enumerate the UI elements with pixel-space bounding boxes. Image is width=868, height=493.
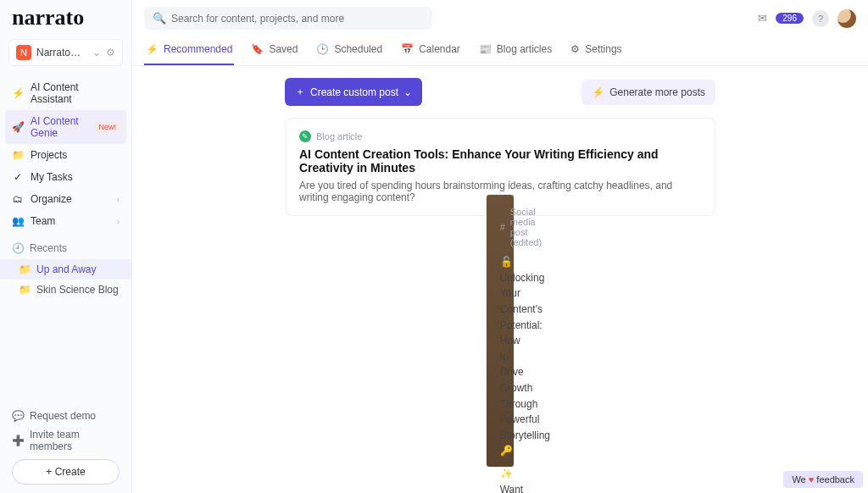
tab-label: Calendar xyxy=(419,43,460,55)
avatar[interactable] xyxy=(837,9,856,28)
rocket-icon: 🚀 xyxy=(12,121,24,133)
sidebar: narrato N NarratoDe... ⌄ ⚙ ⚡ AI Content … xyxy=(0,0,132,493)
nav-label: Organize xyxy=(31,193,72,205)
team-icon: 👥 xyxy=(12,215,24,227)
tabs: ⚡ Recommended 🔖 Saved 🕒 Scheduled 📅 Cale… xyxy=(132,36,868,66)
invite-icon: ➕ xyxy=(12,435,25,446)
create-custom-post-button[interactable]: ＋ Create custom post ⌄ xyxy=(285,78,422,106)
topbar: 🔍 ✉ 296 ? xyxy=(132,0,868,36)
chat-icon: 💬 xyxy=(12,410,25,422)
recent-label: Up and Away xyxy=(36,263,97,275)
nav-label: My Tasks xyxy=(31,171,73,183)
nav-organize[interactable]: 🗂 Organize › xyxy=(0,188,131,210)
nav-label: Team xyxy=(31,215,55,227)
folder-icon: 📁 xyxy=(19,263,31,275)
recents-title: Recents xyxy=(30,242,67,254)
nav-label: Projects xyxy=(31,149,67,161)
feedback-suffix: feedback xyxy=(816,474,854,485)
invite-team-link[interactable]: ➕ Invite team members xyxy=(12,429,120,452)
gear-icon: ⚙ xyxy=(570,43,580,55)
calendar-icon: 📅 xyxy=(401,43,414,55)
tab-blog-articles[interactable]: 📰 Blog articles xyxy=(477,36,554,65)
folder-icon: 📁 xyxy=(12,149,24,161)
nav-team[interactable]: 👥 Team › xyxy=(0,210,131,232)
tab-label: Saved xyxy=(269,43,298,55)
request-demo-link[interactable]: 💬 Request demo xyxy=(12,410,120,422)
heart-icon: ♥ xyxy=(809,474,817,485)
gear-icon[interactable]: ⚙ xyxy=(106,47,115,58)
organize-icon: 🗂 xyxy=(12,193,24,205)
search-icon: 🔍 xyxy=(153,12,166,25)
bolt-icon: ⚡ xyxy=(592,86,604,98)
post-type-label: Social media post (edited) xyxy=(510,207,542,247)
button-label: Generate more posts xyxy=(609,86,705,98)
feedback-widget[interactable]: We ♥ feedback xyxy=(783,471,863,488)
tab-label: Settings xyxy=(585,43,621,55)
link-label: Request demo xyxy=(30,410,96,422)
help-icon[interactable]: ? xyxy=(812,10,829,27)
tab-scheduled[interactable]: 🕒 Scheduled xyxy=(314,36,384,65)
article-icon: 📰 xyxy=(479,43,492,55)
tab-label: Scheduled xyxy=(334,43,382,55)
feedback-prefix: We xyxy=(792,474,805,485)
chevron-down-icon: ⌄ xyxy=(403,86,412,98)
nav-my-tasks[interactable]: ✓ My Tasks xyxy=(0,166,131,188)
tab-saved[interactable]: 🔖 Saved xyxy=(249,36,299,65)
brand-logo: narrato xyxy=(0,0,131,34)
recents-header: 🕘 Recents xyxy=(0,237,131,259)
check-icon: ✓ xyxy=(12,171,24,183)
hash-icon: # xyxy=(500,222,505,232)
nav-ai-content-assistant[interactable]: ⚡ AI Content Assistant xyxy=(0,76,131,110)
recent-up-and-away[interactable]: 📁 Up and Away xyxy=(0,259,131,280)
new-badge: New! xyxy=(95,122,120,132)
link-label: Invite team members xyxy=(30,429,120,452)
tab-calendar[interactable]: 📅 Calendar xyxy=(399,36,462,65)
nav-label: AI Content Genie xyxy=(31,115,86,139)
bolt-icon: ⚡ xyxy=(146,43,159,55)
bookmark-icon: 🔖 xyxy=(251,43,264,55)
tab-recommended[interactable]: ⚡ Recommended xyxy=(144,36,234,65)
recent-skin-science-blog[interactable]: 📁 Skin Science Blog xyxy=(0,280,131,300)
generate-more-posts-button[interactable]: ⚡ Generate more posts xyxy=(581,80,715,105)
tab-settings[interactable]: ⚙ Settings xyxy=(569,36,623,65)
social-post-card: # Social media post (edited) 🔓 Unlocking… xyxy=(486,194,515,468)
org-badge: N xyxy=(16,45,31,60)
button-label: Create custom post xyxy=(310,86,398,98)
search-box[interactable]: 🔍 xyxy=(144,7,432,30)
chevron-down-icon[interactable]: ⌄ xyxy=(92,47,101,58)
plus-icon: ＋ xyxy=(295,85,305,99)
org-switcher[interactable]: N NarratoDe... ⌄ ⚙ xyxy=(8,39,123,66)
bolt-icon: ⚡ xyxy=(12,87,24,99)
tab-label: Recommended xyxy=(164,43,232,55)
org-name: NarratoDe... xyxy=(36,47,87,58)
tab-label: Blog articles xyxy=(497,43,552,55)
nav-projects[interactable]: 📁 Projects xyxy=(0,144,131,166)
blog-type-label: Blog article xyxy=(316,131,362,141)
nav-ai-content-genie[interactable]: 🚀 AI Content Genie New! xyxy=(5,110,126,144)
blog-title: AI Content Creation Tools: Enhance Your … xyxy=(299,147,701,174)
chevron-right-icon: › xyxy=(117,195,120,204)
content-area: ＋ Create custom post ⌄ ⚡ Generate more p… xyxy=(132,66,868,493)
clock-icon: 🕘 xyxy=(12,242,25,254)
search-input[interactable] xyxy=(171,13,424,25)
clock-icon: 🕒 xyxy=(316,43,329,55)
article-icon: ✎ xyxy=(299,130,311,142)
nav-label: AI Content Assistant xyxy=(31,81,120,105)
recent-label: Skin Science Blog xyxy=(36,284,119,296)
folder-icon: 📁 xyxy=(19,284,31,296)
chevron-right-icon: › xyxy=(117,217,120,226)
mail-icon[interactable]: ✉ xyxy=(758,12,767,25)
create-button[interactable]: + Create xyxy=(12,459,120,485)
notification-count[interactable]: 296 xyxy=(776,13,804,24)
